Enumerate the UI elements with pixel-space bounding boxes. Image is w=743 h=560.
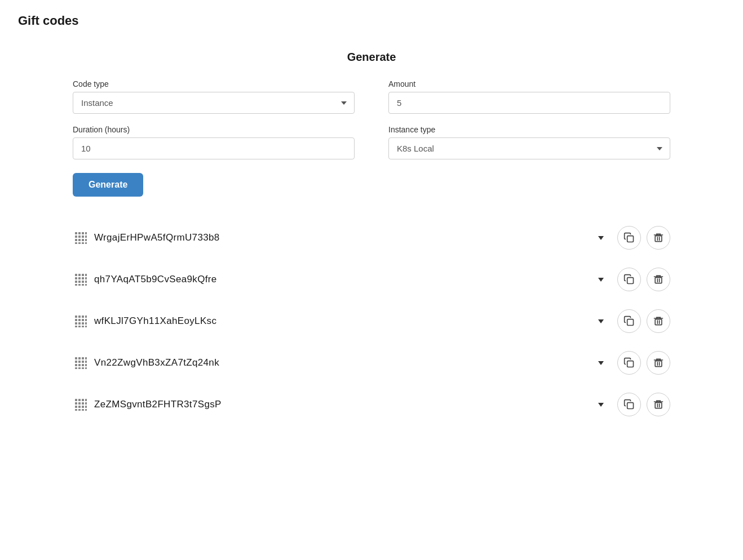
code-text: wfKLJl7GYh11XahEoyLKsc [94,315,592,327]
delete-button[interactable] [647,351,670,375]
svg-rect-3 [85,232,87,234]
svg-rect-47 [85,315,87,318]
svg-rect-80 [82,367,84,369]
grid-icon [73,355,89,371]
svg-rect-82 [627,361,634,367]
svg-rect-79 [78,367,81,369]
svg-rect-44 [75,315,77,318]
delete-button[interactable] [647,268,670,291]
svg-rect-57 [78,326,81,327]
svg-rect-70 [75,361,77,363]
list-item: Vn22ZwgVhB3xZA7tZq24nk [73,342,670,384]
copy-button[interactable] [617,226,641,250]
svg-rect-58 [82,326,84,327]
duration-label: Duration (hours) [73,125,355,134]
svg-rect-90 [82,399,84,401]
svg-rect-1 [78,232,81,234]
copy-button[interactable] [617,351,641,375]
svg-rect-102 [82,409,84,411]
copy-button[interactable] [617,393,641,416]
svg-rect-32 [82,281,84,283]
generate-button[interactable]: Generate [73,173,143,197]
list-item: WrgajErHPwA5fQrmU733b8 [73,217,670,259]
svg-rect-69 [85,357,87,359]
svg-rect-105 [655,403,662,408]
svg-rect-23 [78,274,81,276]
svg-rect-49 [78,319,81,321]
delete-button[interactable] [647,309,670,333]
svg-rect-17 [655,236,662,242]
svg-rect-104 [627,403,634,409]
svg-rect-53 [78,322,81,325]
svg-rect-4 [75,235,77,238]
svg-rect-14 [82,242,84,244]
grid-icon [73,230,89,246]
copy-button[interactable] [617,268,641,291]
svg-rect-5 [78,235,81,238]
svg-rect-78 [75,367,77,369]
svg-rect-36 [82,284,84,286]
svg-rect-52 [75,322,77,325]
svg-rect-93 [78,402,81,405]
svg-rect-66 [75,357,77,359]
svg-rect-74 [75,364,77,366]
svg-rect-98 [82,406,84,408]
duration-input[interactable] [73,137,355,159]
code-type-select-wrapper: Instance Subscription Credits [73,92,355,114]
code-text: WrgajErHPwA5fQrmU733b8 [94,232,592,243]
svg-rect-97 [78,406,81,408]
svg-rect-9 [78,239,81,241]
svg-rect-95 [85,402,87,405]
page-title: Gift codes [18,14,725,28]
expand-chevron-icon[interactable] [598,361,604,365]
grid-icon [73,313,89,329]
svg-rect-92 [75,402,77,405]
code-type-label: Code type [73,79,355,88]
code-text: Vn22ZwgVhB3xZA7tZq24nk [94,357,592,368]
svg-rect-15 [85,242,87,244]
svg-rect-33 [85,281,87,283]
svg-rect-50 [82,319,84,321]
instance-type-label: Instance type [388,125,670,134]
svg-rect-0 [75,232,77,234]
instance-type-select[interactable]: K8s Local Docker VM [388,137,670,159]
generate-form: Code type Instance Subscription Credits … [61,79,682,159]
svg-rect-37 [85,284,87,286]
svg-rect-8 [75,239,77,241]
expand-chevron-icon[interactable] [598,236,604,240]
svg-rect-96 [75,406,77,408]
svg-rect-55 [85,322,87,325]
list-item: ZeZMSgvntB2FHTR3t7SgsP [73,384,670,425]
svg-rect-11 [85,239,87,241]
svg-rect-61 [655,319,662,325]
svg-rect-38 [627,278,634,284]
svg-rect-71 [78,361,81,363]
svg-rect-39 [655,278,662,283]
expand-chevron-icon[interactable] [598,278,604,282]
svg-rect-103 [85,409,87,411]
svg-rect-27 [78,277,81,279]
svg-rect-91 [85,399,87,401]
svg-rect-68 [82,357,84,359]
svg-rect-7 [85,235,87,238]
generate-section-title: Generate [18,51,725,64]
svg-rect-10 [82,239,84,241]
svg-rect-94 [82,402,84,405]
svg-rect-6 [82,235,84,238]
delete-button[interactable] [647,393,670,416]
amount-input[interactable] [388,92,670,114]
amount-label: Amount [388,79,670,88]
code-type-select[interactable]: Instance Subscription Credits [73,92,355,114]
codes-list: WrgajErHPwA5fQrmU733b8 [61,217,682,425]
delete-button[interactable] [647,226,670,250]
svg-rect-56 [75,326,77,327]
svg-rect-99 [85,406,87,408]
expand-chevron-icon[interactable] [598,403,604,407]
expand-chevron-icon[interactable] [598,319,604,323]
svg-rect-51 [85,319,87,321]
copy-button[interactable] [617,309,641,333]
svg-rect-22 [75,274,77,276]
svg-rect-28 [82,277,84,279]
svg-rect-2 [82,232,84,234]
amount-group: Amount [388,79,670,114]
